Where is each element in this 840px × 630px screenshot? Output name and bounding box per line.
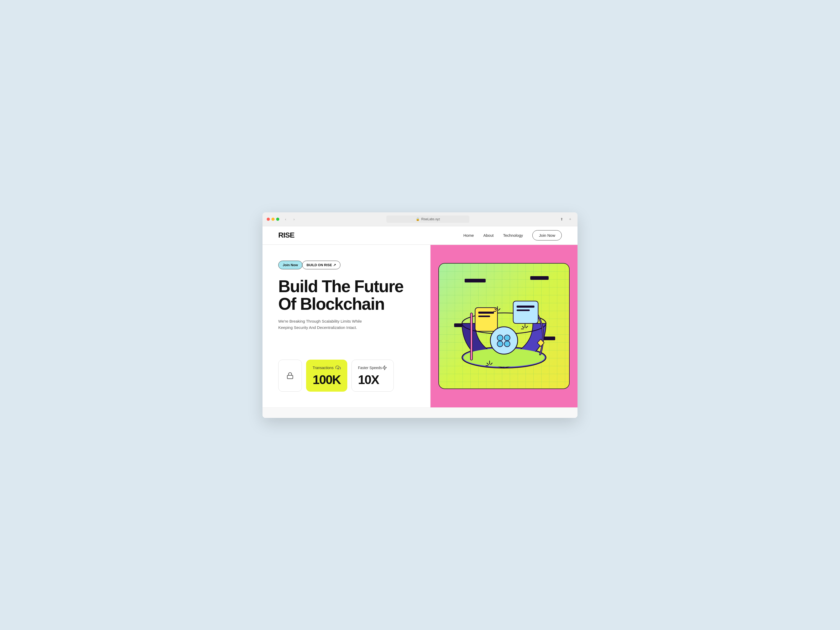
stats-row: Transactions 100K Faster Speeds: [278, 360, 414, 392]
stat-card-lock: [278, 360, 302, 392]
tl-yellow[interactable]: [272, 218, 275, 221]
hero-right: [431, 245, 578, 407]
address-bar[interactable]: 🔒 RiseLabs.xyz: [387, 216, 469, 223]
sparkle2: [521, 324, 527, 329]
illustration-container: [438, 263, 570, 389]
site-header: RISE Home About Technology Join Now: [262, 226, 578, 245]
badge-build: BUILD ON RISE ↗: [302, 261, 341, 269]
lock-icon: 🔒: [416, 217, 420, 221]
new-tab-button[interactable]: ＋: [567, 216, 573, 222]
stat-label-speed: Faster Speeds: [358, 366, 382, 370]
nav-technology[interactable]: Technology: [503, 233, 523, 238]
lightning-icon: [382, 365, 387, 370]
logo: RISE: [278, 231, 294, 239]
nav-home[interactable]: Home: [463, 233, 474, 238]
stat-card-header-transactions: Transactions: [313, 365, 341, 370]
svg-rect-15: [516, 306, 534, 308]
svg-rect-0: [287, 375, 293, 379]
stat-value-transactions: 100K: [313, 374, 341, 386]
cloud-icon: [335, 365, 341, 370]
svg-point-17: [490, 327, 518, 354]
website: RISE Home About Technology Join Now Join…: [262, 226, 578, 418]
blockchain-illustration: [449, 271, 559, 381]
browser-actions: ⬆ ＋: [559, 216, 573, 222]
browser-nav: ‹ ›: [283, 216, 297, 222]
stat-value-speed: 10X: [358, 374, 387, 386]
tl-green[interactable]: [276, 218, 279, 221]
hero-title-line1: Build The Future: [278, 277, 403, 296]
svg-marker-2: [382, 365, 387, 370]
svg-rect-12: [478, 312, 494, 314]
badge-build-text: BUILD ON RISE: [306, 263, 332, 267]
site-nav: Home About Technology Join Now: [463, 230, 562, 240]
nav-about[interactable]: About: [483, 233, 494, 238]
hero-title-line2: Of Blockchain: [278, 295, 384, 313]
browser-window: ‹ › 🔒 RiseLabs.xyz ⬆ ＋ RISE Home About T…: [262, 212, 578, 418]
hero: Join Now BUILD ON RISE ↗ Build The Futur…: [262, 245, 578, 407]
hero-subtitle: We're Breaking Through Scalability Limit…: [278, 318, 368, 331]
forward-button[interactable]: ›: [291, 216, 297, 222]
stat-card-speed: Faster Speeds 10X: [352, 360, 394, 392]
illus-content: [439, 264, 569, 388]
stat-card-transactions: Transactions 100K: [306, 360, 347, 392]
hero-badge-row: Join Now BUILD ON RISE ↗: [278, 261, 414, 269]
svg-point-20: [497, 341, 503, 347]
hero-title: Build The Future Of Blockchain: [278, 278, 414, 313]
svg-rect-16: [516, 309, 530, 311]
traffic-lights: [267, 218, 279, 221]
svg-rect-14: [513, 301, 538, 324]
svg-point-19: [504, 335, 510, 341]
svg-rect-13: [478, 316, 490, 317]
url-text: RiseLabs.xyz: [421, 217, 440, 221]
svg-line-29: [526, 326, 527, 328]
share-button[interactable]: ⬆: [559, 216, 565, 222]
hero-left: Join Now BUILD ON RISE ↗ Build The Futur…: [262, 245, 431, 407]
stat-label-transactions: Transactions: [313, 366, 334, 370]
tl-red[interactable]: [267, 218, 270, 221]
stat-card-header-speed: Faster Speeds: [358, 365, 387, 370]
browser-chrome: ‹ › 🔒 RiseLabs.xyz ⬆ ＋: [262, 212, 578, 226]
badge-arrow-icon: ↗: [333, 263, 336, 267]
svg-point-21: [504, 341, 510, 347]
nav-join-button[interactable]: Join Now: [532, 230, 562, 240]
svg-rect-4: [530, 276, 549, 280]
svg-point-18: [497, 335, 503, 341]
bottom-bar: [262, 407, 578, 418]
svg-line-25: [499, 309, 500, 310]
svg-rect-10: [471, 313, 472, 360]
lock-icon: [286, 372, 294, 379]
badge-join[interactable]: Join Now: [278, 261, 302, 269]
svg-rect-3: [465, 279, 486, 283]
svg-line-28: [523, 326, 524, 328]
back-button[interactable]: ‹: [283, 216, 289, 222]
